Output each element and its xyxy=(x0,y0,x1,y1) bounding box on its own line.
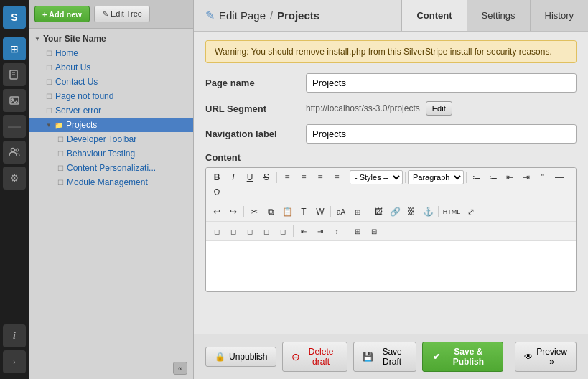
tree-item-label: About Us xyxy=(55,62,90,72)
edit-url-button[interactable]: Edit xyxy=(426,101,452,116)
footer-buttons: 🔒 Unpublish ⊖ Delete draft 💾 Save Draft … xyxy=(194,334,588,379)
tree-collapse-triangle[interactable]: ▼ xyxy=(34,36,40,42)
delete-draft-button[interactable]: ⊖ Delete draft xyxy=(282,342,347,372)
outdent-button[interactable]: ⇤ xyxy=(502,170,518,184)
expand-icon[interactable]: › xyxy=(3,350,26,373)
ul-button[interactable]: ≔ xyxy=(469,170,485,184)
ol-button[interactable]: ≔ xyxy=(485,170,501,184)
preview-editor-button[interactable]: ◻ xyxy=(225,224,241,238)
anchor-button[interactable]: ⚓ xyxy=(420,205,436,219)
tree-item-projects[interactable]: ▼ 📁 Projects xyxy=(29,118,193,132)
align-left-button[interactable]: ≡ xyxy=(279,170,295,184)
hr-button[interactable]: — xyxy=(551,170,567,184)
strikethrough-button[interactable]: S xyxy=(258,170,274,184)
tree-item-label: Developer Toolbar xyxy=(67,134,136,144)
files-nav-icon[interactable] xyxy=(3,63,26,86)
styles-select[interactable]: - Styles -- xyxy=(350,170,403,184)
page-name-input[interactable] xyxy=(306,73,577,93)
indent3-button[interactable]: ⇥ xyxy=(312,224,328,238)
tree-item-contact-us[interactable]: ☐ Contact Us xyxy=(29,75,193,89)
italic-button[interactable]: I xyxy=(225,170,241,184)
blockquote-button[interactable]: " xyxy=(535,170,551,184)
url-segment-label: URL Segment xyxy=(205,103,306,114)
html-button[interactable]: HTML xyxy=(441,205,462,219)
source-button[interactable]: ◻ xyxy=(209,224,225,238)
breadcrumb-separator: / xyxy=(270,10,273,22)
users-nav-icon[interactable] xyxy=(3,141,26,164)
cut-button[interactable]: ✂ xyxy=(246,205,262,219)
save-publish-button[interactable]: ✔ Save & Publish xyxy=(422,342,503,372)
tree-item-about-us[interactable]: ☐ About Us xyxy=(29,60,193,75)
indent-button[interactable]: ⇥ xyxy=(518,170,534,184)
tree-root: ▼ Your Site Name xyxy=(29,32,193,46)
paste-word-button[interactable]: W xyxy=(312,205,328,219)
underline-button[interactable]: U xyxy=(242,170,258,184)
toolbar-sep9 xyxy=(293,225,294,237)
special-char-button[interactable]: Ω xyxy=(209,185,225,200)
preview-button[interactable]: 👁 Preview » xyxy=(515,342,577,372)
tab-content[interactable]: Content xyxy=(401,0,466,31)
paste-text-button[interactable]: T xyxy=(296,205,312,219)
sidebar-icons: S ⊞ — ⚙ i › xyxy=(0,0,29,379)
paragraph-select[interactable]: Paragraph xyxy=(408,170,464,184)
edit-tree-button[interactable]: ✎ Edit Tree xyxy=(94,6,150,22)
pages-nav-icon[interactable]: ⊞ xyxy=(3,37,26,60)
editor-body[interactable] xyxy=(206,241,576,291)
table3-button[interactable]: ⊟ xyxy=(366,224,382,238)
bold-button[interactable]: B xyxy=(209,170,225,184)
tree-expand-triangle[interactable]: ▼ xyxy=(46,122,52,128)
tree-item-developer-toolbar[interactable]: ☐ Developer Toolbar xyxy=(29,132,193,146)
nav-label-input[interactable] xyxy=(306,124,577,144)
unpublish-button[interactable]: 🔒 Unpublish xyxy=(205,347,276,367)
edit-page-icon: ✎ xyxy=(205,9,215,22)
redo-button[interactable]: ↪ xyxy=(225,205,241,219)
page-name-label: Page name xyxy=(205,78,306,88)
toolbar-sep7 xyxy=(368,206,368,217)
tree-content: ▼ Your Site Name ☐ Home ☐ About Us ☐ Con… xyxy=(29,29,193,357)
unpublish-label: Unpublish xyxy=(229,352,267,362)
check-icon: ✔ xyxy=(433,352,440,362)
format-button[interactable]: ◻ xyxy=(258,224,274,238)
align-center-button[interactable]: ≡ xyxy=(296,170,312,184)
rich-text-editor: B I U S ≡ ≡ ≡ ≡ - Styles -- Paragraph ≔ xyxy=(205,167,577,292)
format2-button[interactable]: ◻ xyxy=(275,224,291,238)
paste-button[interactable]: 📋 xyxy=(279,205,295,219)
fullscreen-button[interactable]: ⤢ xyxy=(463,205,479,219)
indent4-button[interactable]: ↕ xyxy=(329,224,345,238)
page-name-row: Page name xyxy=(205,73,577,93)
align-justify-button[interactable]: ≡ xyxy=(329,170,345,184)
copy-button[interactable]: ⧉ xyxy=(263,205,279,219)
tree-item-page-not-found[interactable]: ☐ Page not found xyxy=(29,89,193,103)
url-segment-area: http://localhost/ss-3.0/projects Edit xyxy=(306,101,577,116)
link-button[interactable]: 🔗 xyxy=(387,205,403,219)
gear-nav-icon[interactable]: ⚙ xyxy=(3,167,26,190)
info-nav-icon[interactable]: i xyxy=(3,324,26,347)
tree-collapse-button[interactable]: « xyxy=(173,362,187,375)
editor-toolbar-row1: B I U S ≡ ≡ ≡ ≡ - Styles -- Paragraph ≔ xyxy=(206,168,576,202)
page-icon: ☐ xyxy=(46,93,52,100)
tab-settings[interactable]: Settings xyxy=(467,0,530,31)
find-button[interactable]: aA xyxy=(333,205,349,219)
align-right-button[interactable]: ≡ xyxy=(312,170,328,184)
unlink-button[interactable]: ⛓ xyxy=(403,205,419,219)
tab-history[interactable]: History xyxy=(530,0,588,31)
page-icon: ☐ xyxy=(46,78,52,86)
tree-item-content-personalization[interactable]: ☐ Content Personalizati... xyxy=(29,161,193,175)
print-button[interactable]: ◻ xyxy=(242,224,258,238)
tree-item-behaviour-testing[interactable]: ☐ Behaviour Testing xyxy=(29,146,193,161)
tree-item-server-error[interactable]: ☐ Server error xyxy=(29,103,193,118)
indent2-button[interactable]: ⇤ xyxy=(296,224,312,238)
table-button[interactable]: ⊞ xyxy=(350,205,365,219)
tree-item-module-management[interactable]: ☐ Module Management xyxy=(29,175,193,190)
tree-root-label: Your Site Name xyxy=(43,34,106,44)
image-button[interactable]: 🖼 xyxy=(370,205,386,219)
image-nav-icon[interactable] xyxy=(3,89,26,112)
undo-button[interactable]: ↩ xyxy=(209,205,225,219)
tree-item-home[interactable]: ☐ Home xyxy=(29,46,193,60)
save-draft-button[interactable]: 💾 Save Draft xyxy=(353,342,417,372)
tree-panel: + Add new ✎ Edit Tree ▼ Your Site Name ☐… xyxy=(29,0,194,379)
table2-button[interactable]: ⊞ xyxy=(350,224,365,238)
add-new-button[interactable]: + Add new xyxy=(34,6,90,22)
form-area: Warning: You should remove install.php f… xyxy=(194,32,588,334)
save-publish-label: Save & Publish xyxy=(444,347,493,367)
